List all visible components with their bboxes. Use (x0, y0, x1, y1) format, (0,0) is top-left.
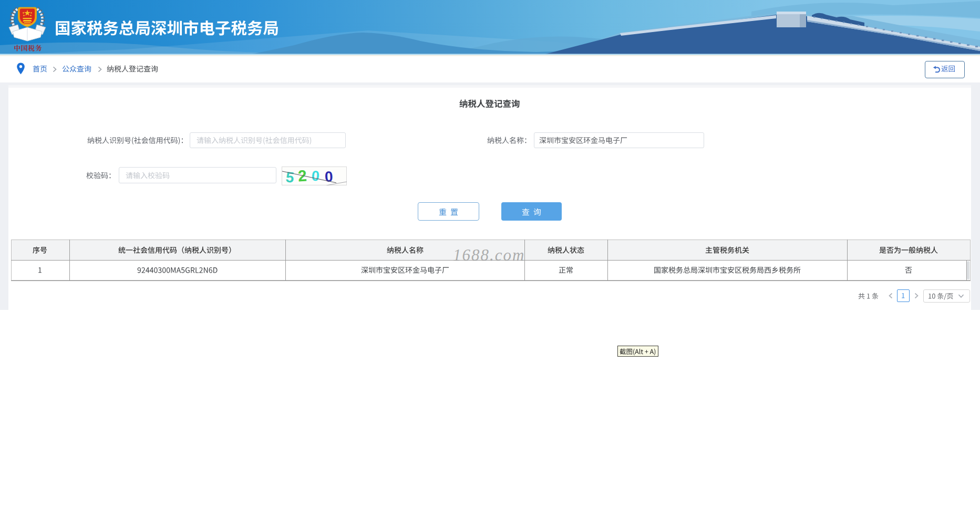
svg-text:0: 0 (311, 168, 320, 184)
svg-text:0: 0 (324, 169, 333, 185)
svg-text:5: 5 (285, 169, 295, 185)
